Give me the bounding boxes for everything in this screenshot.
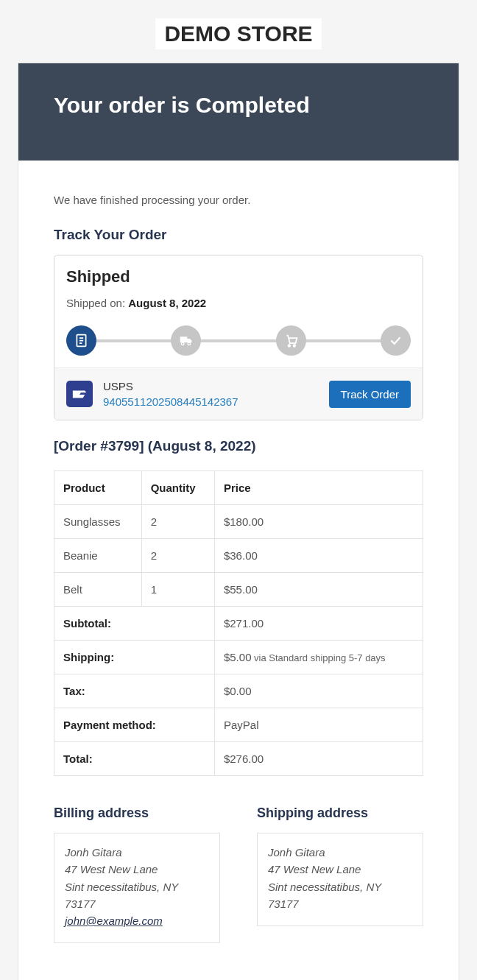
summary-row: Subtotal: $271.00 xyxy=(54,607,423,641)
billing-title: Billing address xyxy=(54,805,220,821)
store-logo: DEMO STORE xyxy=(155,18,321,49)
item-price: $55.00 xyxy=(214,573,423,607)
shipped-on: Shipped on: August 8, 2022 xyxy=(66,297,411,309)
summary-row: Payment method: PayPal xyxy=(54,708,423,742)
shipping-line2: Sint necessitatibus, NY 73177 xyxy=(268,878,412,913)
billing-line2: Sint necessitatibus, NY 73177 xyxy=(65,878,209,913)
shipping-label: Shipping: xyxy=(54,641,215,674)
progress-line xyxy=(305,339,381,342)
table-row: Belt 1 $55.00 xyxy=(54,573,423,607)
billing-line1: 47 West New Lane xyxy=(65,861,209,878)
shipping-value: $5.00 via Standard shipping 5-7 days xyxy=(214,641,423,674)
item-qty: 2 xyxy=(141,505,214,539)
shipping-title: Shipping address xyxy=(257,805,423,821)
order-table: Product Quantity Price Sunglasses 2 $180… xyxy=(54,470,423,776)
tracking-number-link[interactable]: 9405511202508445142367 xyxy=(103,395,239,408)
step-transit-icon xyxy=(171,325,201,356)
tracking-box: Shipped Shipped on: August 8, 2022 xyxy=(54,255,423,420)
item-product: Sunglasses xyxy=(54,505,142,539)
shipping-line1: 47 West New Lane xyxy=(268,861,412,878)
col-product: Product xyxy=(54,471,142,505)
progress-line xyxy=(200,339,276,342)
shipping-name: Jonh Gitara xyxy=(268,844,412,861)
subtotal-value: $271.00 xyxy=(214,607,423,641)
billing-address: Jonh Gitara 47 West New Lane Sint necess… xyxy=(54,833,220,943)
svg-point-5 xyxy=(188,342,191,345)
shipment-status: Shipped xyxy=(66,267,411,286)
billing-email-link[interactable]: john@example.com xyxy=(65,914,163,927)
email-card: Your order is Completed We have finished… xyxy=(18,63,459,980)
summary-row: Shipping: $5.00 via Standard shipping 5-… xyxy=(54,641,423,674)
col-qty: Quantity xyxy=(141,471,214,505)
shipping-address: Jonh Gitara 47 West New Lane Sint necess… xyxy=(257,833,423,926)
tax-value: $0.00 xyxy=(214,674,423,708)
summary-row: Total: $276.00 xyxy=(54,742,423,776)
step-delivered-icon xyxy=(381,325,411,356)
total-value: $276.00 xyxy=(214,742,423,776)
table-row: Beanie 2 $36.00 xyxy=(54,539,423,573)
item-qty: 1 xyxy=(141,573,214,607)
col-price: Price xyxy=(214,471,423,505)
svg-point-6 xyxy=(288,345,290,347)
step-outfordelivery-icon xyxy=(276,325,306,356)
svg-point-7 xyxy=(293,345,295,347)
progress-line xyxy=(96,339,172,342)
shipped-on-label: Shipped on: xyxy=(66,297,128,309)
intro-text: We have finished processing your order. xyxy=(54,194,423,206)
total-label: Total: xyxy=(54,742,215,776)
carrier-name: USPS xyxy=(103,380,319,392)
progress-bar xyxy=(66,325,411,356)
table-row: Sunglasses 2 $180.00 xyxy=(54,505,423,539)
summary-row: Tax: $0.00 xyxy=(54,674,423,708)
billing-name: Jonh Gitara xyxy=(65,844,209,861)
item-qty: 2 xyxy=(141,539,214,573)
order-heading: [Order #3799] (August 8, 2022) xyxy=(54,438,423,454)
item-price: $180.00 xyxy=(214,505,423,539)
item-product: Beanie xyxy=(54,539,142,573)
payment-label: Payment method: xyxy=(54,708,215,742)
subtotal-label: Subtotal: xyxy=(54,607,215,641)
payment-value: PayPal xyxy=(214,708,423,742)
track-order-button[interactable]: Track Order xyxy=(329,381,411,408)
header-banner: Your order is Completed xyxy=(18,63,459,161)
svg-point-4 xyxy=(182,342,185,345)
track-section-title: Track Your Order xyxy=(54,227,423,243)
item-price: $36.00 xyxy=(214,539,423,573)
item-product: Belt xyxy=(54,573,142,607)
page-title: Your order is Completed xyxy=(54,93,423,118)
carrier-logo-icon xyxy=(66,381,93,407)
shipped-on-date: August 8, 2022 xyxy=(128,297,206,309)
tax-label: Tax: xyxy=(54,674,215,708)
step-ordered-icon xyxy=(66,325,96,356)
